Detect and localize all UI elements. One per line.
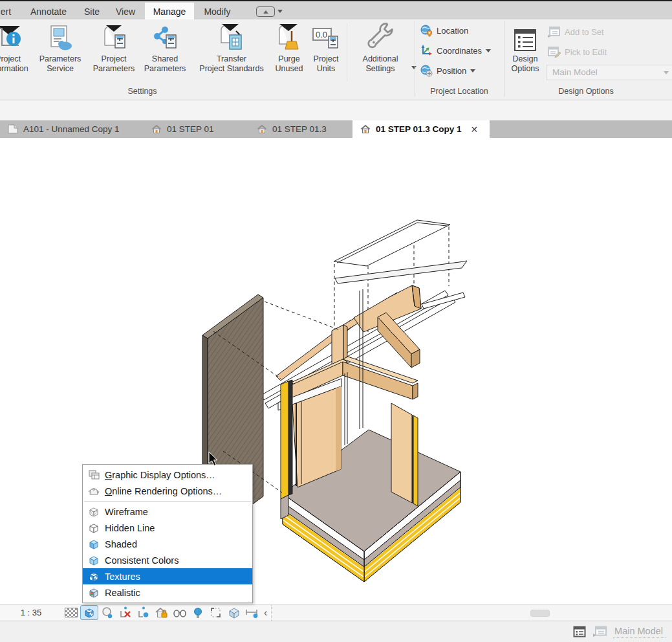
location-button[interactable]: Location — [420, 23, 468, 38]
view-scale-button[interactable]: 1 : 35 — [0, 608, 62, 617]
glasses-icon — [173, 607, 187, 619]
button-label: SharedParameters — [139, 54, 191, 74]
select-caret-icon — [664, 71, 669, 74]
pick-to-edit-icon — [548, 47, 561, 58]
panel-separator — [415, 21, 415, 97]
sheet-icon — [8, 124, 18, 134]
location-icon — [420, 25, 433, 37]
menu-item-textures[interactable]: Textures — [83, 568, 252, 584]
view-tab-step-01[interactable]: 01 STEP 01 — [144, 120, 228, 138]
settings-panel-label[interactable]: Settings — [110, 87, 175, 96]
button-label: TransferProject Standards — [193, 54, 270, 74]
ribbon: ProjectInformation ParametersService Pro… — [0, 19, 672, 100]
view-control-bar: 1 : 35 ‹ — [0, 604, 672, 621]
tab-insert[interactable]: ert — [0, 3, 21, 21]
additional-settings-button[interactable]: AdditionalSettings — [349, 22, 411, 97]
reveal-hidden-elements-button[interactable] — [189, 606, 207, 620]
shaded-cube-icon — [86, 539, 102, 549]
view-tab-step-01-3-copy-1[interactable]: 01 STEP 01.3 Copy 1 ✕ — [352, 120, 490, 138]
tab-site[interactable]: Site — [79, 3, 105, 21]
view-bar-collapse-icon[interactable]: ‹ — [264, 607, 267, 619]
tab-annotate[interactable]: Annotate — [26, 3, 71, 21]
project-units-icon: 0.0 — [308, 22, 344, 52]
shadows-off-icon — [119, 606, 132, 619]
ribbon-separator — [347, 23, 347, 82]
svg-text:0.0: 0.0 — [316, 30, 327, 39]
menu-item-wireframe[interactable]: Wireframe — [83, 504, 252, 520]
project-information-button[interactable]: ProjectInformation — [0, 22, 39, 97]
status-add-to-set-icon[interactable] — [592, 626, 607, 637]
purge-unused-button[interactable]: PurgeUnused — [271, 22, 307, 97]
shared-parameters-button[interactable]: SharedParameters — [139, 22, 191, 97]
design-options-panel-label[interactable]: Design Options — [541, 87, 631, 96]
transfer-project-standards-icon — [193, 22, 270, 52]
menu-item-hidden-line[interactable]: Hidden Line — [83, 520, 252, 536]
wireframe-cube-icon — [86, 507, 102, 517]
design-options-button[interactable]: DesignOptions — [508, 22, 542, 97]
lock-view-button[interactable] — [153, 606, 171, 620]
button-label: ProjectParameters — [88, 54, 140, 74]
status-bar: Main Model — [0, 621, 672, 642]
temporary-view-properties-button[interactable] — [207, 606, 225, 620]
menu-item-graphic-display-options[interactable]: Graphic Display Options… — [83, 467, 252, 483]
close-tab-icon[interactable]: ✕ — [471, 124, 479, 135]
status-design-options-icon[interactable] — [573, 626, 586, 637]
coordinates-button[interactable]: Coordinates — [420, 43, 491, 58]
menu-separator — [84, 501, 251, 502]
menu-item-online-rendering-options[interactable]: Online Rendering Options… — [83, 483, 252, 499]
scrollbar-thumb[interactable] — [530, 610, 550, 617]
tab-modify[interactable]: Modify — [199, 3, 235, 21]
sun-path-button[interactable] — [98, 606, 116, 620]
realistic-cube-icon — [86, 588, 102, 598]
temporary-hide-isolate-button[interactable] — [171, 606, 189, 620]
view-tab-bar: A101 - Unnamed Copy 1 01 STEP 01 01 STEP… — [0, 120, 672, 138]
menu-item-shaded[interactable]: Shaded — [83, 536, 252, 552]
tab-view[interactable]: View — [111, 3, 140, 21]
project-location-panel-label[interactable]: Project Location — [414, 87, 504, 96]
shadows-on-button[interactable] — [135, 606, 153, 620]
position-button[interactable]: Position — [420, 63, 475, 78]
pick-to-edit-button[interactable]: Pick to Edit — [548, 45, 607, 59]
sun-path-icon — [101, 606, 114, 619]
up-arrow-icon — [263, 10, 268, 14]
ribbon-tab-strip: ert Annotate Site View Manage Modify — [0, 0, 672, 21]
view-tab-step-01-3[interactable]: 01 STEP 01.3 — [249, 120, 344, 138]
button-label: ParametersService — [35, 54, 85, 74]
horizontal-scrollbar[interactable] — [271, 605, 672, 621]
additional-settings-caret-icon[interactable] — [411, 66, 417, 69]
ribbon-minimize-button[interactable] — [256, 6, 275, 17]
button-label: DesignOptions — [508, 54, 542, 74]
ribbon-bottom-strip — [0, 100, 672, 120]
tab-manage[interactable]: Manage — [145, 3, 194, 21]
graphic-display-options-icon — [86, 470, 102, 480]
detail-level-icon — [65, 608, 78, 617]
transfer-project-standards-button[interactable]: TransferProject Standards — [193, 22, 270, 97]
additional-settings-icon — [349, 22, 411, 52]
project-parameters-button[interactable]: ProjectParameters — [88, 22, 140, 97]
project-units-button[interactable]: 0.0 ProjectUnits — [308, 22, 344, 97]
view-tab-sheet-a101[interactable]: A101 - Unnamed Copy 1 — [0, 120, 139, 138]
textures-cube-icon — [86, 571, 102, 582]
detail-level-button[interactable] — [62, 606, 80, 620]
visual-style-button[interactable] — [80, 606, 98, 620]
purge-unused-icon — [271, 22, 307, 52]
add-to-set-button[interactable]: Add to Set — [548, 25, 604, 39]
reveal-constraints-button[interactable] — [243, 606, 261, 620]
visual-style-context-menu: Graphic Display Options… Online Renderin… — [82, 464, 253, 603]
home-view-icon — [257, 124, 267, 134]
temporary-view-properties-icon — [210, 606, 222, 619]
right-wall-stud[interactable] — [391, 403, 418, 506]
displacement-sets-button[interactable] — [225, 606, 243, 620]
design-option-select[interactable]: Main Model — [547, 65, 672, 80]
roof-panel-exploded[interactable] — [334, 220, 450, 266]
lock-view-icon — [155, 606, 169, 619]
coordinates-caret-icon — [486, 49, 491, 52]
lightbulb-icon — [192, 606, 204, 619]
shadows-off-button[interactable] — [116, 606, 135, 620]
parameters-service-icon — [35, 22, 85, 52]
menu-item-consistent-colors[interactable]: Consistent Colors — [83, 552, 252, 568]
menu-item-realistic[interactable]: Realistic — [83, 584, 252, 601]
ribbon-minimize-caret-icon[interactable] — [277, 10, 283, 13]
status-active-design-option[interactable]: Main Model — [613, 626, 666, 638]
parameters-service-button[interactable]: ParametersService — [35, 22, 85, 97]
